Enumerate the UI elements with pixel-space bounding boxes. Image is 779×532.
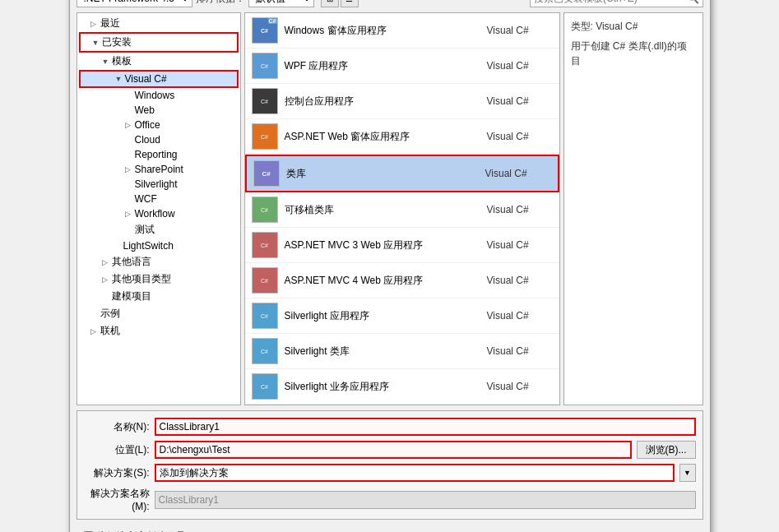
template-lang-silverlight-app: Visual C# [487, 310, 553, 322]
framework-select[interactable]: .NET Framework 4.5 [77, 0, 192, 7]
button-row: 为解决方案创建目录(D) 添加到源代码管理(U) 确定 取消 [77, 525, 703, 532]
template-portable-library[interactable]: C# 可移植类库 Visual C# [245, 192, 559, 228]
template-class-library[interactable]: C# 类库 Visual C# [245, 155, 559, 192]
solution-row: 解决方案(S): ▼ [84, 464, 696, 482]
solution-name-input[interactable] [155, 491, 696, 509]
arrow-visual-csharp: ▼ [115, 75, 123, 83]
templates-panel[interactable]: C# C# Windows 窗体应用程序 Visual C# C# WPF 应用… [244, 12, 560, 405]
browse-button[interactable]: 浏览(B)... [637, 441, 696, 459]
main-area: ▷ 最近 ▼ 已安装 ▼ 模板 ▼ Visual C# Windows [77, 12, 703, 405]
type-label: 类型: Visual C# [571, 20, 696, 34]
template-name-windows-app: Windows 窗体应用程序 [285, 24, 480, 38]
template-silverlight-app[interactable]: C# Silverlight 应用程序 Visual C# [245, 298, 559, 334]
arrow-recent: ▷ [90, 20, 99, 28]
template-name-silverlight-app: Silverlight 应用程序 [285, 309, 480, 323]
arrow-sharepoint: ▷ [125, 165, 133, 173]
template-lang-silverlight-lib: Visual C# [487, 345, 553, 357]
tree-item-web[interactable]: Web [79, 103, 239, 118]
tree-label-recent: 最近 [100, 16, 120, 30]
tree-label-lightswitch: LightSwitch [123, 240, 174, 252]
template-icon-portable-library: C# [252, 197, 278, 223]
tree-label-wcf: WCF [135, 193, 157, 205]
tree-label-cloud: Cloud [135, 134, 160, 146]
tree-label-windows: Windows [135, 90, 175, 101]
template-windows-app[interactable]: C# C# Windows 窗体应用程序 Visual C# [245, 13, 559, 49]
tree-item-workflow[interactable]: ▷ Workflow [79, 206, 239, 221]
tree-label-sharepoint: SharePoint [135, 164, 183, 175]
list-view-button[interactable]: ☰ [341, 0, 359, 7]
tree-label-office: Office [135, 119, 160, 131]
location-input[interactable] [155, 441, 632, 459]
tree-item-sample[interactable]: 示例 [79, 305, 239, 322]
template-name-wpf-app: WPF 应用程序 [285, 59, 480, 73]
solution-name-row: 解决方案名称(M): [84, 487, 696, 512]
arrow-installed: ▼ [92, 39, 100, 47]
tree-item-cloud[interactable]: Cloud [79, 132, 239, 147]
template-name-console-app: 控制台应用程序 [285, 95, 480, 109]
arrow-other-type: ▷ [102, 275, 110, 284]
tree-item-test[interactable]: 测试 [79, 221, 239, 238]
tree-item-installed[interactable]: ▼ 已安装 [79, 32, 239, 53]
template-mvc4-web[interactable]: C# ASP.NET MVC 4 Web 应用程序 Visual C# [245, 263, 559, 298]
tree-label-test: 测试 [135, 223, 155, 237]
tree-item-online[interactable]: ▷ 联机 [79, 322, 239, 340]
tree-item-other-type[interactable]: ▷ 其他项目类型 [79, 271, 239, 288]
template-mvc3-web[interactable]: C# ASP.NET MVC 3 Web 应用程序 Visual C# [245, 228, 559, 263]
sort-select[interactable]: 默认值 [248, 0, 314, 7]
name-label: 名称(N): [84, 420, 150, 434]
tree-item-templates[interactable]: ▼ 模板 [79, 53, 239, 70]
arrow-other-lang: ▷ [102, 258, 110, 266]
template-silverlight-biz[interactable]: C# Silverlight 业务应用程序 Visual C# [245, 369, 559, 405]
template-silverlight-lib[interactable]: C# Silverlight 类库 Visual C# [245, 334, 559, 369]
location-label: 位置(L): [84, 443, 150, 457]
tree-item-windows[interactable]: Windows [79, 88, 239, 103]
template-name-silverlight-lib: Silverlight 类库 [285, 345, 480, 359]
template-icon-windows-app: C# C# [252, 17, 278, 44]
tree-label-templates: 模板 [112, 54, 132, 68]
tree-label-sample: 示例 [100, 307, 120, 321]
tree-item-build-project[interactable]: 建模项目 [79, 288, 239, 305]
template-name-silverlight-biz: Silverlight 业务应用程序 [285, 380, 480, 394]
tree-item-office[interactable]: ▷ Office [79, 118, 239, 132]
template-icon-mvc4-web: C# [252, 267, 278, 294]
solution-dropdown-button[interactable]: ▼ [679, 464, 696, 482]
left-tree-panel[interactable]: ▷ 最近 ▼ 已安装 ▼ 模板 ▼ Visual C# Windows [77, 12, 241, 405]
template-aspnet-web[interactable]: C# ASP.NET Web 窗体应用程序 Visual C# [245, 119, 559, 155]
name-input[interactable] [155, 418, 696, 436]
tree-label-build-project: 建模项目 [112, 289, 151, 303]
tree-item-other-lang[interactable]: ▷ 其他语言 [79, 253, 239, 271]
template-console-app[interactable]: C# 控制台应用程序 Visual C# [245, 84, 559, 119]
tree-item-lightswitch[interactable]: LightSwitch [79, 238, 239, 253]
arrow-workflow: ▷ [125, 210, 133, 218]
search-icon: 🔍 [687, 0, 699, 4]
tree-item-sharepoint[interactable]: ▷ SharePoint [79, 162, 239, 177]
bottom-form-section: 名称(N): 位置(L): 浏览(B)... 解决方案(S): ▼ 解决方案名称… [77, 410, 703, 520]
tree-label-installed: 已安装 [102, 35, 132, 49]
search-input[interactable] [534, 0, 685, 4]
template-icon-aspnet-web: C# [252, 123, 278, 150]
template-lang-console-app: Visual C# [487, 95, 553, 107]
solution-input[interactable] [155, 464, 675, 482]
template-icon-silverlight-biz: C# [252, 373, 278, 400]
tree-item-visual-csharp[interactable]: ▼ Visual C# [79, 70, 239, 88]
tree-label-web: Web [135, 104, 155, 116]
template-lang-aspnet-web: Visual C# [487, 131, 553, 142]
template-name-class-library: 类库 [286, 167, 479, 181]
template-name-aspnet-web: ASP.NET Web 窗体应用程序 [285, 130, 480, 144]
sort-label: 排序依据： [196, 0, 245, 6]
template-name-mvc4-web: ASP.NET MVC 4 Web 应用程序 [285, 274, 480, 288]
template-name-portable-library: 可移植类库 [285, 203, 480, 217]
dialog-content: .NET Framework 4.5 排序依据： 默认值 ⊞ ☰ 🔍 ▷ [70, 0, 710, 532]
template-lang-mvc4-web: Visual C# [487, 275, 553, 286]
grid-view-button[interactable]: ⊞ [321, 0, 339, 7]
template-wpf-app[interactable]: C# WPF 应用程序 Visual C# [245, 49, 559, 84]
template-lang-windows-app: Visual C# [487, 25, 553, 36]
tree-item-recent[interactable]: ▷ 最近 [79, 15, 239, 32]
tree-label-reporting: Reporting [135, 149, 178, 160]
template-icon-wpf-app: C# [252, 53, 278, 79]
tree-item-wcf[interactable]: WCF [79, 192, 239, 206]
tree-item-reporting[interactable]: Reporting [79, 147, 239, 162]
tree-item-silverlight[interactable]: Silverlight [79, 177, 239, 192]
template-lang-silverlight-biz: Visual C# [487, 381, 553, 392]
tree-label-other-type: 其他项目类型 [112, 272, 171, 286]
